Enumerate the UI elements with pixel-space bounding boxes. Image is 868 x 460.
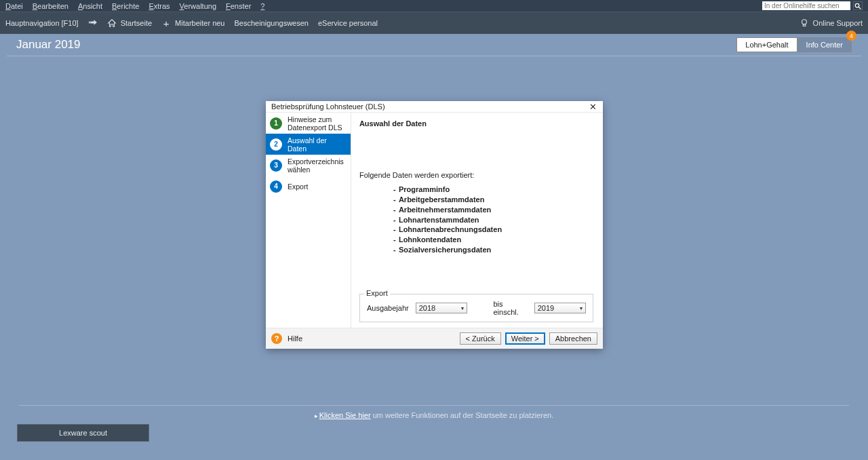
page-title: Januar 2019 [16,38,81,52]
step-label: Exportverzeichnis wählen [288,157,347,174]
step-number-icon: 2 [270,138,282,151]
close-icon[interactable]: ✕ [588,102,597,111]
info-center-badge: 4 [846,31,856,41]
toolbar: Hauptnavigation [F10] Startseite + Mitar… [0,12,868,34]
content-intro: Folgende Daten werden exportiert: [359,171,593,179]
toolbar-mitarbeiter-neu[interactable]: + Mitarbeiter neu [161,18,224,29]
menu-bearbeiten[interactable]: Bearbeiten [33,2,68,10]
content-heading: Auswahl der Daten [359,119,593,128]
svg-point-2 [802,20,806,24]
step-number-icon: 4 [270,180,282,193]
footer-rest: um weitere Funktionen auf der Startseite… [371,411,554,419]
footer-hint: ▸Klicken Sie hier um weitere Funktionen … [19,405,849,419]
toolbar-online-support[interactable]: Online Support [800,18,863,28]
tab-buttons: Lohn+Gehalt Info Center 4 [736,37,852,52]
toolbar-eservice[interactable]: eService personal [318,19,378,27]
chevron-down-icon: ▾ [461,305,464,311]
step-number-icon: 1 [270,117,282,130]
toolbar-main-nav[interactable]: Hauptnavigation [F10] [5,19,79,27]
list-item: Lohnkontendaten [393,235,593,245]
menu-extras[interactable]: Extras [149,2,170,10]
export-legend: Export [364,289,390,297]
menu-berichte[interactable]: Berichte [112,2,139,10]
wizard-nav: 1 Hinweise zum Datenexport DLS 2 Auswahl… [266,113,351,328]
toolbar-startseite[interactable]: Startseite [107,18,152,28]
menubar-search [762,1,863,10]
bulb-icon [800,18,809,28]
dialog-help[interactable]: ? Hilfe [271,333,302,344]
ausgabejahr-label: Ausgabejahr [367,304,409,312]
menubar-items: Datei Bearbeiten Ansicht Berichte Extras… [5,2,264,10]
dialog-title: Betriebsprüfung Lohnsteuer (DLS) [271,102,385,111]
dialog-buttons: < Zurück Weiter > Abbrechen [460,332,597,345]
toolbar-bescheinigung[interactable]: Bescheinigungswesen [234,19,308,27]
bis-label: bis einschl. [494,300,528,316]
next-button[interactable]: Weiter > [505,332,545,345]
help-icon: ? [271,333,282,344]
export-list: Programminfo Arbeitgeberstammdaten Arbei… [359,185,593,255]
step-number-icon: 3 [270,159,282,172]
dialog-dls: Betriebsprüfung Lohnsteuer (DLS) ✕ 1 Hin… [266,101,603,349]
wizard-step-1[interactable]: 1 Hinweise zum Datenexport DLS [266,113,351,134]
export-groupbox: Export Ausgabejahr 2018 ▾ bis einschl. 2… [359,294,593,322]
chevron-down-icon: ▾ [580,305,583,311]
footer-link[interactable]: Klicken Sie hier [319,411,371,419]
toolbar-left: Hauptnavigation [F10] Startseite + Mitar… [5,18,378,29]
menu-fenster[interactable]: Fenster [226,2,251,10]
list-item: Programminfo [393,185,593,195]
lexware-scout-button[interactable]: Lexware scout [17,424,149,442]
bis-select[interactable]: 2019 ▾ [534,303,586,313]
pin-icon[interactable] [88,18,98,28]
sub-header: Januar 2019 Lohn+Gehalt Info Center 4 [7,34,861,56]
dialog-body: 1 Hinweise zum Datenexport DLS 2 Auswahl… [266,113,603,328]
back-button[interactable]: < Zurück [460,332,501,345]
svg-rect-3 [803,24,806,26]
search-input[interactable] [762,1,850,10]
export-row: Ausgabejahr 2018 ▾ bis einschl. 2019 ▾ [367,300,586,316]
list-item: Arbeitnehmerstammdaten [393,205,593,215]
svg-line-1 [859,7,861,9]
home-icon [107,18,117,28]
cancel-button[interactable]: Abbrechen [549,332,597,345]
menubar: Datei Bearbeiten Ansicht Berichte Extras… [0,0,868,12]
list-item: Lohnartenstammdaten [393,215,593,225]
menu-datei[interactable]: Datei [5,2,23,10]
help-label: Hilfe [288,334,302,343]
ausgabejahr-select[interactable]: 2018 ▾ [416,303,467,313]
tab-info-center[interactable]: Info Center [797,37,852,52]
list-item: Sozialversicherungsdaten [393,245,593,255]
wizard-step-2[interactable]: 2 Auswahl der Daten [266,134,351,155]
list-item: Arbeitgeberstammdaten [393,195,593,205]
plus-icon: + [161,18,171,29]
dialog-titlebar: Betriebsprüfung Lohnsteuer (DLS) ✕ [266,101,603,113]
svg-point-0 [855,3,859,7]
tab-lohn-gehalt[interactable]: Lohn+Gehalt [736,37,797,52]
wizard-step-3[interactable]: 3 Exportverzeichnis wählen [266,155,351,176]
wizard-step-4[interactable]: 4 Export [266,176,351,197]
list-item: Lohnartenabrechnungsdaten [393,225,593,235]
toolbar-right: Online Support [800,18,863,28]
menu-ansicht[interactable]: Ansicht [78,2,102,10]
menu-verwaltung[interactable]: Verwaltung [180,2,216,10]
search-icon[interactable] [853,1,863,10]
arrow-icon: ▸ [315,413,318,419]
step-label: Auswahl der Daten [288,136,347,153]
menu-help[interactable]: ? [260,2,264,10]
dialog-footer: ? Hilfe < Zurück Weiter > Abbrechen [266,328,603,349]
step-label: Export [288,183,308,191]
wizard-content: Auswahl der Daten Folgende Daten werden … [351,113,603,328]
step-label: Hinweise zum Datenexport DLS [288,115,347,132]
